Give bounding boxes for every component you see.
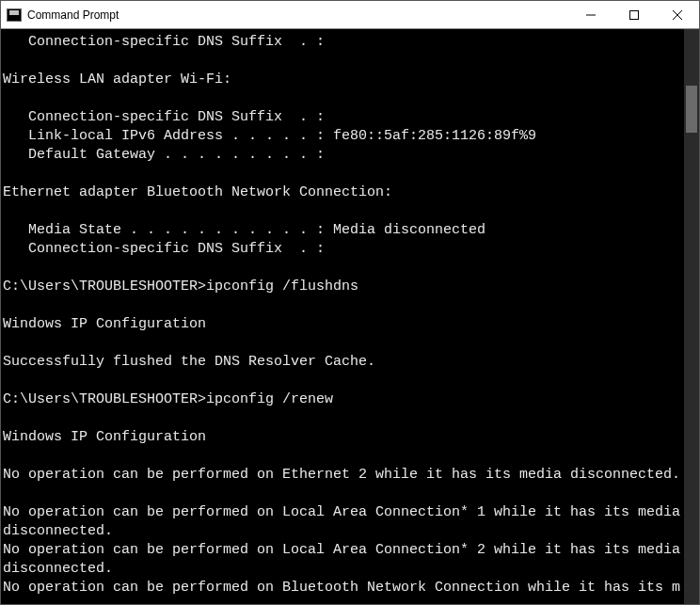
cmd-icon <box>7 8 22 22</box>
close-icon <box>673 10 682 20</box>
minimize-button[interactable] <box>569 1 612 29</box>
terminal-line: C:\Users\TROUBLESHOOTER>ipconfig /renew <box>3 390 682 409</box>
terminal-line: No operation can be performed on Local A… <box>3 503 682 541</box>
window-title: Command Prompt <box>27 8 119 22</box>
terminal-line: Windows IP Configuration <box>3 428 682 447</box>
terminal-line <box>3 165 682 183</box>
terminal-line <box>3 89 682 108</box>
terminal-line <box>3 447 682 466</box>
terminal-output[interactable]: Connection-specific DNS Suffix . : Wirel… <box>1 29 684 604</box>
terminal-line <box>3 259 682 278</box>
window-controls <box>569 1 699 28</box>
terminal-line: Successfully flushed the DNS Resolver Ca… <box>3 353 682 372</box>
command-prompt-window: Command Prompt Connection-specif <box>0 0 700 605</box>
maximize-icon <box>629 10 639 20</box>
titlebar-left: Command Prompt <box>1 8 119 22</box>
scrollbar[interactable] <box>684 29 699 604</box>
terminal-line: Connection-specific DNS Suffix . : <box>3 240 682 259</box>
terminal-line: Wireless LAN adapter Wi-Fi: <box>3 71 682 89</box>
terminal-line <box>3 372 682 390</box>
terminal-line: Link-local IPv6 Address . . . . . : fe80… <box>3 127 682 146</box>
titlebar[interactable]: Command Prompt <box>1 1 699 29</box>
scrollbar-thumb[interactable] <box>686 86 697 133</box>
terminal-line: C:\Users\TROUBLESHOOTER>ipconfig /flushd… <box>3 278 682 296</box>
terminal-area: Connection-specific DNS Suffix . : Wirel… <box>1 29 699 604</box>
terminal-line <box>3 334 682 353</box>
terminal-line: No operation can be performed on Etherne… <box>3 466 682 485</box>
terminal-line: Connection-specific DNS Suffix . : <box>3 108 682 127</box>
maximize-button[interactable] <box>612 1 656 29</box>
terminal-line <box>3 202 682 221</box>
terminal-line: Windows IP Configuration <box>3 315 682 334</box>
close-button[interactable] <box>656 1 699 29</box>
terminal-line: Connection-specific DNS Suffix . : <box>3 33 682 52</box>
terminal-line <box>3 296 682 315</box>
minimize-icon <box>586 10 596 20</box>
terminal-line: Media State . . . . . . . . . . . : Medi… <box>3 221 682 240</box>
terminal-line: Default Gateway . . . . . . . . . : <box>3 146 682 165</box>
terminal-line <box>3 409 682 428</box>
terminal-line: No operation can be performed on Local A… <box>3 541 682 579</box>
terminal-line <box>3 485 682 503</box>
terminal-line: Ethernet adapter Bluetooth Network Conne… <box>3 183 682 202</box>
terminal-line <box>3 52 682 71</box>
terminal-line: No operation can be performed on Bluetoo… <box>3 579 682 597</box>
svg-rect-1 <box>630 10 639 19</box>
